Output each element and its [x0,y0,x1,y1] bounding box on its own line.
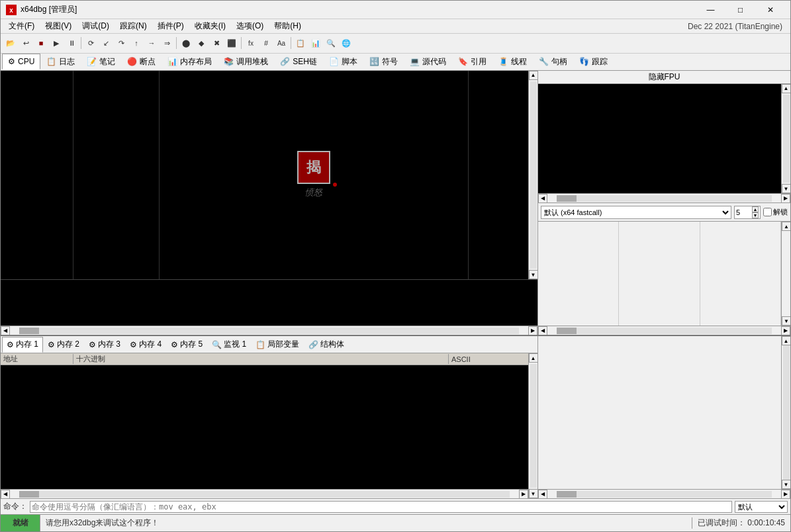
stack-hscroll-left[interactable]: ◀ [538,490,547,499]
tab-threads[interactable]: 🧵 线程 [492,54,533,69]
rb-scroll-down[interactable]: ▼ [782,316,790,326]
mem-vscroll-track[interactable] [530,364,537,488]
fpu-hscroll-right[interactable]: ▶ [781,194,790,203]
fpu-calling-convention-select[interactable]: 默认 (x64 fastcall) [541,206,731,219]
stack-vscroll[interactable]: ▲ ▼ [781,336,790,489]
fpu-scroll-track[interactable] [783,95,790,183]
toolbar-log-btn[interactable]: 📋 [293,36,308,50]
tab-trace[interactable]: 👣 跟踪 [573,54,614,69]
disasm-hscroll-left[interactable]: ◀ [1,326,10,335]
toolbar-globe[interactable]: 🌐 [339,36,353,50]
menu-help[interactable]: 帮助(H) [269,19,306,34]
fpu-spin-buttons[interactable]: ▲ ▼ [752,206,759,218]
stack-hscroll-right[interactable]: ▶ [781,490,790,499]
mem-tab-5[interactable]: ⚙ 内存 5 [166,337,207,353]
mem-tab-4[interactable]: ⚙ 内存 4 [125,337,166,353]
mem-tab-1[interactable]: ⚙ 内存 1 [2,337,43,353]
menu-trace[interactable]: 跟踪(N) [115,19,152,34]
close-button[interactable]: ✕ [755,1,785,19]
rb-hscroll-right[interactable]: ▶ [781,326,790,335]
tab-source[interactable]: 💻 源代码 [404,54,452,69]
rb-scroll-track[interactable] [782,231,790,316]
fpu-spin-down[interactable]: ▼ [752,212,759,218]
stack-scroll-track[interactable] [783,345,790,480]
disasm-scroll-down[interactable]: ▼ [529,270,538,279]
command-mode-select[interactable]: 默认 [735,501,788,513]
tab-seh[interactable]: 🔗 SEH链 [274,54,323,69]
mem-hscroll-left[interactable]: ◀ [1,490,10,499]
tab-callstack[interactable]: 📚 调用堆栈 [218,54,274,69]
tab-cpu[interactable]: ⚙ CPU [2,54,40,69]
disasm-hscroll-track[interactable] [19,328,519,334]
disasm-hscroll-right[interactable]: ▶ [528,326,537,335]
disasm-vscroll[interactable]: ▲ ▼ [528,71,537,279]
fpu-vscroll[interactable]: ▲ ▼ [781,84,790,193]
tab-breakpoints[interactable]: 🔴 断点 [121,54,162,69]
menu-options[interactable]: 选项(O) [231,19,269,34]
tab-log[interactable]: 📋 日志 [40,54,81,69]
fpu-unlock-checkbox[interactable] [763,208,772,216]
toolbar-search-all[interactable]: 🔍 [324,36,338,50]
rb-hscroll-left[interactable]: ◀ [538,326,547,335]
toolbar-bp-toggle[interactable]: ⬤ [179,36,193,50]
mem-tab-3[interactable]: ⚙ 内存 3 [84,337,125,353]
disasm-hscroll[interactable]: ◀ ▶ [1,326,537,335]
toolbar-hwbp[interactable]: ◆ [194,36,209,50]
fpu-spin-up[interactable]: ▲ [752,206,759,212]
stack-hscroll-track[interactable] [557,491,772,498]
toolbar-mem-map[interactable]: 📊 [308,36,323,50]
toolbar-hash[interactable]: # [259,36,273,50]
stack-scroll-up[interactable]: ▲ [782,336,791,345]
mem-tab-watch1[interactable]: 🔍 监视 1 [207,337,251,353]
toolbar-pause[interactable]: ⏸ [64,36,79,50]
disasm-scroll-up[interactable]: ▲ [529,71,538,80]
toolbar-run[interactable]: ▶ [49,36,64,50]
mem-hscroll-track[interactable] [19,491,510,498]
menu-favorites[interactable]: 收藏夹(I) [189,19,231,34]
mem-vscroll-up[interactable]: ▲ [529,353,538,363]
tab-symbols[interactable]: 🔣 符号 [363,54,404,69]
menu-debug[interactable]: 调试(D) [77,19,115,34]
fpu-hscroll[interactable]: ◀ ▶ [538,193,790,202]
fpu-hscroll-left[interactable]: ◀ [538,194,547,203]
minimize-button[interactable]: — [696,1,725,19]
toolbar-step-into[interactable]: ↙ [99,36,113,50]
mem-hscroll-right[interactable]: ▶ [519,490,528,499]
rb-hscroll-track[interactable] [557,328,772,334]
rb-hscroll[interactable]: ◀ ▶ [538,326,790,335]
tab-refs[interactable]: 🔖 引用 [452,54,492,69]
toolbar-stop[interactable]: ■ [34,36,48,50]
fpu-header[interactable]: 隐藏FPU [538,71,790,84]
stack-scroll-down[interactable]: ▼ [782,480,791,489]
disasm-scroll-track[interactable] [530,81,537,269]
tab-handles[interactable]: 🔧 句柄 [533,54,573,69]
toolbar-cmd-bp[interactable]: ⬛ [224,36,239,50]
toolbar-calc[interactable]: fx [244,36,258,50]
tab-script[interactable]: 📄 脚本 [323,54,363,69]
tab-memory-layout[interactable]: 📊 内存布局 [162,54,218,69]
command-input[interactable] [30,501,732,513]
mem-vscroll-down[interactable]: ▼ [529,489,538,498]
toolbar-undo[interactable]: ↩ [19,36,33,50]
mem-tab-struct[interactable]: 🔗 结构体 [304,337,349,353]
toolbar-execute-till[interactable]: ⇒ [160,36,174,50]
toolbar-run-to[interactable]: → [144,36,159,50]
toolbar-font[interactable]: Aa [274,36,289,50]
fpu-hscroll-track[interactable] [557,195,772,202]
toolbar-restart[interactable]: ⟳ [83,36,98,50]
menu-file[interactable]: 文件(F) [3,19,40,34]
toolbar-step-over[interactable]: ↷ [114,36,128,50]
toolbar-clear-bp[interactable]: ✖ [209,36,224,50]
maximize-button[interactable]: □ [725,1,755,19]
memory-hscroll[interactable]: ◀ ▶ [1,489,528,498]
toolbar-step-out[interactable]: ↑ [129,36,144,50]
rb-vscroll[interactable]: ▲ ▼ [781,222,790,326]
fpu-scroll-up[interactable]: ▲ [782,84,791,93]
mem-tab-2[interactable]: ⚙ 内存 2 [43,337,84,353]
menu-view[interactable]: 视图(V) [40,19,77,34]
rb-scroll-up[interactable]: ▲ [782,222,790,231]
tab-notes[interactable]: 📝 笔记 [81,54,121,69]
memory-vscroll[interactable]: ▲ ▼ [528,353,537,498]
stack-hscroll[interactable]: ◀ ▶ [538,489,790,498]
menu-plugins[interactable]: 插件(P) [152,19,189,34]
